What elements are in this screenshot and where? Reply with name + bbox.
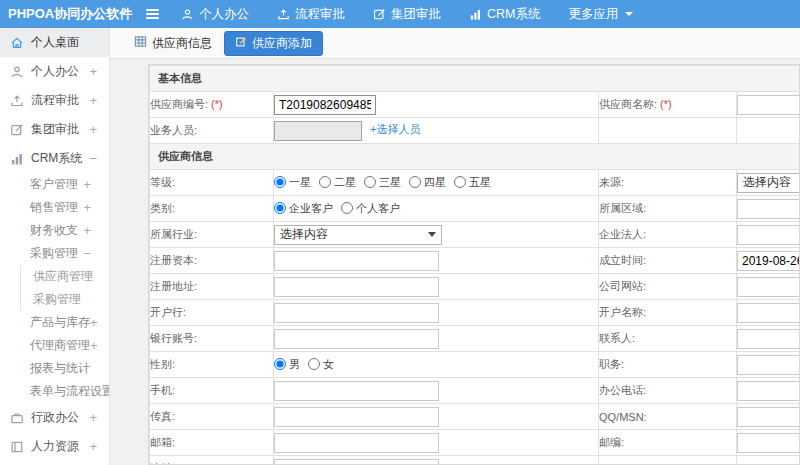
radio-option-level-0[interactable]: 一星 xyxy=(274,176,311,188)
contact-input[interactable] xyxy=(737,329,800,349)
tab-supplier-add[interactable]: 供应商添加 xyxy=(224,31,323,56)
sidebar-item-document-mgmt[interactable]: 公文管理 + xyxy=(0,461,109,465)
expand-toggle[interactable]: + xyxy=(83,224,91,237)
mobile-input[interactable] xyxy=(274,381,439,401)
field-label: 邮编: xyxy=(599,436,624,448)
expand-toggle[interactable]: + xyxy=(89,411,97,424)
radio-option-level-4[interactable]: 五星 xyxy=(454,176,491,188)
radio-option-level-2[interactable]: 三星 xyxy=(364,176,401,188)
field-label: 来源: xyxy=(599,176,624,188)
sidebar-item-group-approval[interactable]: 集团审批 + xyxy=(0,115,109,144)
sidebar-item-hr[interactable]: 人力资源 + xyxy=(0,432,109,461)
collapse-toggle[interactable]: − xyxy=(83,247,91,260)
office-phone-input[interactable] xyxy=(737,381,800,401)
radio-option-category-0[interactable]: 企业客户 xyxy=(274,202,333,214)
supplier-name-input[interactable] xyxy=(737,95,800,115)
section-header-supplier-info: 供应商信息 xyxy=(150,144,800,170)
region-input[interactable] xyxy=(737,199,800,219)
radio-option-level-1[interactable]: 二星 xyxy=(319,176,356,188)
expand-toggle[interactable]: + xyxy=(89,94,97,107)
caret-down-icon xyxy=(428,232,436,237)
position-input[interactable] xyxy=(737,355,800,375)
industry-select[interactable]: 选择内容 xyxy=(274,225,442,245)
email-input[interactable] xyxy=(274,433,439,453)
topnav-personal-office[interactable]: 个人办公 xyxy=(181,6,249,23)
staff-input[interactable] xyxy=(274,121,362,141)
form-row-address: 地址: xyxy=(150,456,800,465)
sidebar-item-label: 客户管理 xyxy=(30,176,78,193)
sidebar-item-purchasing[interactable]: 采购管理 xyxy=(21,288,109,311)
form-row-email: 邮箱: 邮编: xyxy=(150,430,800,456)
qq-msn-input[interactable] xyxy=(737,407,800,427)
bank-account-input[interactable] xyxy=(274,329,439,349)
sidebar-item-reports-stats[interactable]: 报表与统计 xyxy=(0,357,109,380)
topnav-label: CRM系统 xyxy=(487,6,540,23)
fax-input[interactable] xyxy=(274,407,439,427)
field-label: 注册资本: xyxy=(150,254,197,266)
topnav-workflow-approval[interactable]: 流程审批 xyxy=(277,6,345,23)
briefcase-icon xyxy=(10,411,24,425)
address-input[interactable] xyxy=(274,459,439,465)
website-input[interactable] xyxy=(737,277,800,297)
expand-toggle[interactable]: + xyxy=(89,123,97,136)
sidebar-item-admin-office[interactable]: 行政办公 + xyxy=(0,403,109,432)
select-value: 选择内容 xyxy=(743,174,791,191)
sidebar-item-personal-office[interactable]: 个人办公 + xyxy=(0,57,109,86)
sidebar-item-sales-mgmt[interactable]: 销售管理 + xyxy=(0,196,109,219)
choose-staff-link[interactable]: +选择人员 xyxy=(370,123,420,135)
reg-capital-input[interactable] xyxy=(274,251,439,271)
field-label: 企业法人: xyxy=(599,228,646,240)
field-label: 成立时间: xyxy=(599,254,646,266)
supplier-no-input[interactable] xyxy=(274,95,376,115)
topnav-more-apps[interactable]: 更多应用 xyxy=(568,6,633,23)
expand-toggle[interactable]: + xyxy=(83,178,91,191)
radio-option-gender-1[interactable]: 女 xyxy=(308,358,334,370)
sidebar-item-label: CRM系统 xyxy=(31,150,82,167)
topnav-group-approval[interactable]: 集团审批 xyxy=(373,6,441,23)
expand-toggle[interactable]: + xyxy=(90,316,98,329)
purchase-submenu: 供应商管理 采购管理 xyxy=(20,265,109,311)
sidebar-item-supplier-mgmt[interactable]: 供应商管理 xyxy=(21,265,109,288)
sidebar-item-product-inventory[interactable]: 产品与库存 + xyxy=(0,311,109,334)
user-icon xyxy=(10,65,24,79)
sidebar-item-workflow-approval[interactable]: 流程审批 + xyxy=(0,86,109,115)
radio-option-level-3[interactable]: 四星 xyxy=(409,176,446,188)
form-row-category: 类别: 企业客户个人客户 所属区域: xyxy=(150,196,800,222)
zip-input[interactable] xyxy=(737,433,800,453)
radio-option-category-1[interactable]: 个人客户 xyxy=(341,202,400,214)
hamburger-icon[interactable] xyxy=(146,9,159,19)
topnav-crm-system[interactable]: CRM系统 xyxy=(469,6,540,23)
expand-toggle[interactable]: + xyxy=(89,440,97,453)
expand-toggle[interactable]: + xyxy=(89,65,97,78)
sidebar-item-label: 个人桌面 xyxy=(31,34,79,51)
founded-date-input[interactable] xyxy=(737,251,800,271)
field-label: 开户行: xyxy=(150,306,186,318)
expand-toggle[interactable]: + xyxy=(83,201,91,214)
account-name-input[interactable] xyxy=(737,303,800,323)
tab-supplier-info[interactable]: 供应商信息 xyxy=(134,35,212,52)
sidebar-item-label: 流程审批 xyxy=(31,92,79,109)
expand-toggle[interactable]: + xyxy=(90,339,98,352)
source-select[interactable]: 选择内容 xyxy=(737,173,800,193)
topnav-label: 集团审批 xyxy=(391,6,441,23)
sidebar-item-personal-desktop[interactable]: 个人桌面 xyxy=(0,28,109,57)
field-label: 性别: xyxy=(150,358,175,370)
top-nav: 个人办公 流程审批 集团审批 CRM系统 更多应用 xyxy=(181,6,633,23)
collapse-toggle[interactable]: − xyxy=(89,152,97,165)
sidebar-item-crm-system[interactable]: CRM系统 − xyxy=(0,144,109,173)
sidebar-item-customer-mgmt[interactable]: 客户管理 + xyxy=(0,173,109,196)
tab-strip: 供应商信息 供应商添加 xyxy=(110,28,800,59)
legal-person-input[interactable] xyxy=(737,225,800,245)
sidebar-item-purchase-mgmt[interactable]: 采购管理 − xyxy=(0,242,109,265)
sidebar-item-label: 供应商管理 xyxy=(33,268,93,285)
sidebar-item-agent-mgmt[interactable]: 代理商管理 + xyxy=(0,334,109,357)
bank-input[interactable] xyxy=(274,303,439,323)
reg-address-input[interactable] xyxy=(274,277,439,297)
upload-icon xyxy=(10,94,24,108)
sidebar-item-form-flow-settings[interactable]: 表单与流程设置 + xyxy=(0,380,109,403)
field-label: 供应商名称: xyxy=(599,98,657,110)
level-radio-group: 一星二星三星四星五星 xyxy=(274,176,499,188)
radio-option-gender-0[interactable]: 男 xyxy=(274,358,300,370)
sidebar-item-finance[interactable]: 财务收支 + xyxy=(0,219,109,242)
tab-label: 供应商信息 xyxy=(152,35,212,52)
